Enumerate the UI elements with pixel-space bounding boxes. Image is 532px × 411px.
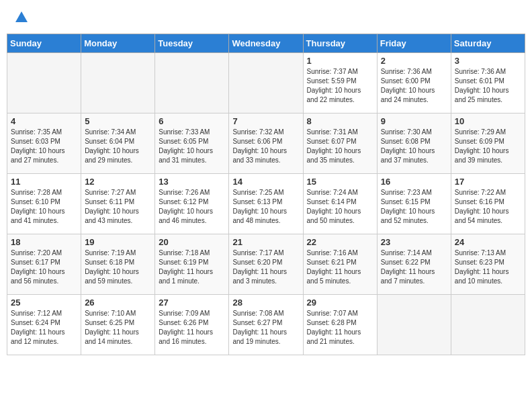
day-info: Sunrise: 7:34 AM Sunset: 6:04 PM Dayligh… <box>85 128 151 165</box>
day-number: 5 <box>85 116 151 126</box>
calendar-cell: 9Sunrise: 7:30 AM Sunset: 6:08 PM Daylig… <box>377 113 451 174</box>
day-info: Sunrise: 7:19 AM Sunset: 6:18 PM Dayligh… <box>85 248 151 286</box>
day-info: Sunrise: 7:28 AM Sunset: 6:10 PM Dayligh… <box>11 188 77 226</box>
calendar-cell: 10Sunrise: 7:29 AM Sunset: 6:09 PM Dayli… <box>451 113 525 174</box>
day-number: 23 <box>381 237 447 247</box>
calendar-cell <box>229 53 303 113</box>
day-number: 3 <box>455 56 521 66</box>
calendar-cell: 21Sunrise: 7:17 AM Sunset: 6:20 PM Dayli… <box>229 234 303 295</box>
day-info: Sunrise: 7:08 AM Sunset: 6:27 PM Dayligh… <box>232 309 299 347</box>
day-info: Sunrise: 7:37 AM Sunset: 5:59 PM Dayligh… <box>307 67 373 105</box>
day-info: Sunrise: 7:17 AM Sunset: 6:20 PM Dayligh… <box>232 248 299 286</box>
week-row-1: 1Sunrise: 7:37 AM Sunset: 5:59 PM Daylig… <box>7 53 525 113</box>
day-number: 4 <box>11 116 77 126</box>
logo-icon <box>14 10 29 25</box>
day-number: 9 <box>381 116 447 126</box>
calendar-cell: 14Sunrise: 7:25 AM Sunset: 6:13 PM Dayli… <box>229 174 303 234</box>
calendar-cell: 7Sunrise: 7:32 AM Sunset: 6:06 PM Daylig… <box>229 113 303 174</box>
week-row-4: 18Sunrise: 7:20 AM Sunset: 6:17 PM Dayli… <box>7 234 525 295</box>
calendar-cell: 16Sunrise: 7:23 AM Sunset: 6:15 PM Dayli… <box>377 174 451 234</box>
calendar-cell <box>81 53 155 113</box>
day-info: Sunrise: 7:26 AM Sunset: 6:12 PM Dayligh… <box>159 188 225 226</box>
week-row-3: 11Sunrise: 7:28 AM Sunset: 6:10 PM Dayli… <box>7 174 525 234</box>
calendar-cell: 15Sunrise: 7:24 AM Sunset: 6:14 PM Dayli… <box>303 174 377 234</box>
day-number: 12 <box>85 177 151 187</box>
svg-marker-0 <box>15 11 28 22</box>
calendar-cell <box>377 295 451 355</box>
day-number: 14 <box>232 177 299 187</box>
calendar-cell: 8Sunrise: 7:31 AM Sunset: 6:07 PM Daylig… <box>303 113 377 174</box>
calendar-cell: 28Sunrise: 7:08 AM Sunset: 6:27 PM Dayli… <box>229 295 303 355</box>
day-number: 15 <box>307 177 373 187</box>
day-info: Sunrise: 7:36 AM Sunset: 6:01 PM Dayligh… <box>455 67 521 105</box>
day-info: Sunrise: 7:20 AM Sunset: 6:17 PM Dayligh… <box>11 248 77 286</box>
day-header-saturday: Saturday <box>451 34 525 53</box>
calendar-cell: 20Sunrise: 7:18 AM Sunset: 6:19 PM Dayli… <box>155 234 229 295</box>
day-info: Sunrise: 7:12 AM Sunset: 6:24 PM Dayligh… <box>11 309 77 347</box>
day-header-friday: Friday <box>377 34 451 53</box>
day-header-thursday: Thursday <box>303 34 377 53</box>
calendar-cell: 22Sunrise: 7:16 AM Sunset: 6:21 PM Dayli… <box>303 234 377 295</box>
calendar-cell: 3Sunrise: 7:36 AM Sunset: 6:01 PM Daylig… <box>451 53 525 113</box>
day-info: Sunrise: 7:29 AM Sunset: 6:09 PM Dayligh… <box>455 128 521 165</box>
calendar-cell: 6Sunrise: 7:33 AM Sunset: 6:05 PM Daylig… <box>155 113 229 174</box>
calendar-cell: 4Sunrise: 7:35 AM Sunset: 6:03 PM Daylig… <box>7 113 81 174</box>
day-number: 1 <box>307 56 373 66</box>
day-number: 22 <box>307 237 373 247</box>
day-info: Sunrise: 7:18 AM Sunset: 6:19 PM Dayligh… <box>159 248 225 286</box>
day-info: Sunrise: 7:27 AM Sunset: 6:11 PM Dayligh… <box>85 188 151 226</box>
day-number: 26 <box>85 298 151 308</box>
page-header <box>7 7 525 28</box>
day-info: Sunrise: 7:32 AM Sunset: 6:06 PM Dayligh… <box>232 128 299 165</box>
day-number: 27 <box>159 298 225 308</box>
day-info: Sunrise: 7:36 AM Sunset: 6:00 PM Dayligh… <box>381 67 447 105</box>
calendar-cell: 19Sunrise: 7:19 AM Sunset: 6:18 PM Dayli… <box>81 234 155 295</box>
day-number: 8 <box>307 116 373 126</box>
calendar-cell: 11Sunrise: 7:28 AM Sunset: 6:10 PM Dayli… <box>7 174 81 234</box>
day-number: 2 <box>381 56 447 66</box>
day-info: Sunrise: 7:13 AM Sunset: 6:23 PM Dayligh… <box>455 248 521 286</box>
day-header-wednesday: Wednesday <box>229 34 303 53</box>
day-number: 20 <box>159 237 225 247</box>
calendar-cell: 29Sunrise: 7:07 AM Sunset: 6:28 PM Dayli… <box>303 295 377 355</box>
calendar-cell: 25Sunrise: 7:12 AM Sunset: 6:24 PM Dayli… <box>7 295 81 355</box>
day-info: Sunrise: 7:23 AM Sunset: 6:15 PM Dayligh… <box>381 188 447 226</box>
day-info: Sunrise: 7:10 AM Sunset: 6:25 PM Dayligh… <box>85 309 151 347</box>
day-number: 10 <box>455 116 521 126</box>
day-number: 21 <box>232 237 299 247</box>
day-header-monday: Monday <box>81 34 155 53</box>
day-header-sunday: Sunday <box>7 34 81 53</box>
week-row-2: 4Sunrise: 7:35 AM Sunset: 6:03 PM Daylig… <box>7 113 525 174</box>
day-info: Sunrise: 7:16 AM Sunset: 6:21 PM Dayligh… <box>307 248 373 286</box>
calendar-cell: 23Sunrise: 7:14 AM Sunset: 6:22 PM Dayli… <box>377 234 451 295</box>
header-row: SundayMondayTuesdayWednesdayThursdayFrid… <box>7 34 525 53</box>
day-info: Sunrise: 7:33 AM Sunset: 6:05 PM Dayligh… <box>159 128 225 165</box>
day-info: Sunrise: 7:22 AM Sunset: 6:16 PM Dayligh… <box>455 188 521 226</box>
calendar-table: SundayMondayTuesdayWednesdayThursdayFrid… <box>7 34 525 355</box>
day-number: 17 <box>455 177 521 187</box>
calendar-cell: 27Sunrise: 7:09 AM Sunset: 6:26 PM Dayli… <box>155 295 229 355</box>
day-number: 16 <box>381 177 447 187</box>
calendar-cell: 1Sunrise: 7:37 AM Sunset: 5:59 PM Daylig… <box>303 53 377 113</box>
day-info: Sunrise: 7:30 AM Sunset: 6:08 PM Dayligh… <box>381 128 447 165</box>
calendar-cell: 17Sunrise: 7:22 AM Sunset: 6:16 PM Dayli… <box>451 174 525 234</box>
day-number: 28 <box>232 298 299 308</box>
week-row-5: 25Sunrise: 7:12 AM Sunset: 6:24 PM Dayli… <box>7 295 525 355</box>
calendar-cell: 26Sunrise: 7:10 AM Sunset: 6:25 PM Dayli… <box>81 295 155 355</box>
calendar-cell: 13Sunrise: 7:26 AM Sunset: 6:12 PM Dayli… <box>155 174 229 234</box>
logo <box>13 10 29 25</box>
calendar-cell: 24Sunrise: 7:13 AM Sunset: 6:23 PM Dayli… <box>451 234 525 295</box>
day-info: Sunrise: 7:35 AM Sunset: 6:03 PM Dayligh… <box>11 128 77 165</box>
day-number: 24 <box>455 237 521 247</box>
calendar-cell <box>451 295 525 355</box>
calendar-cell: 2Sunrise: 7:36 AM Sunset: 6:00 PM Daylig… <box>377 53 451 113</box>
day-info: Sunrise: 7:25 AM Sunset: 6:13 PM Dayligh… <box>232 188 299 226</box>
day-number: 25 <box>11 298 77 308</box>
calendar-cell: 5Sunrise: 7:34 AM Sunset: 6:04 PM Daylig… <box>81 113 155 174</box>
day-info: Sunrise: 7:14 AM Sunset: 6:22 PM Dayligh… <box>381 248 447 286</box>
day-header-tuesday: Tuesday <box>155 34 229 53</box>
day-info: Sunrise: 7:07 AM Sunset: 6:28 PM Dayligh… <box>307 309 373 347</box>
calendar-cell <box>155 53 229 113</box>
day-number: 7 <box>232 116 299 126</box>
day-info: Sunrise: 7:09 AM Sunset: 6:26 PM Dayligh… <box>159 309 225 347</box>
